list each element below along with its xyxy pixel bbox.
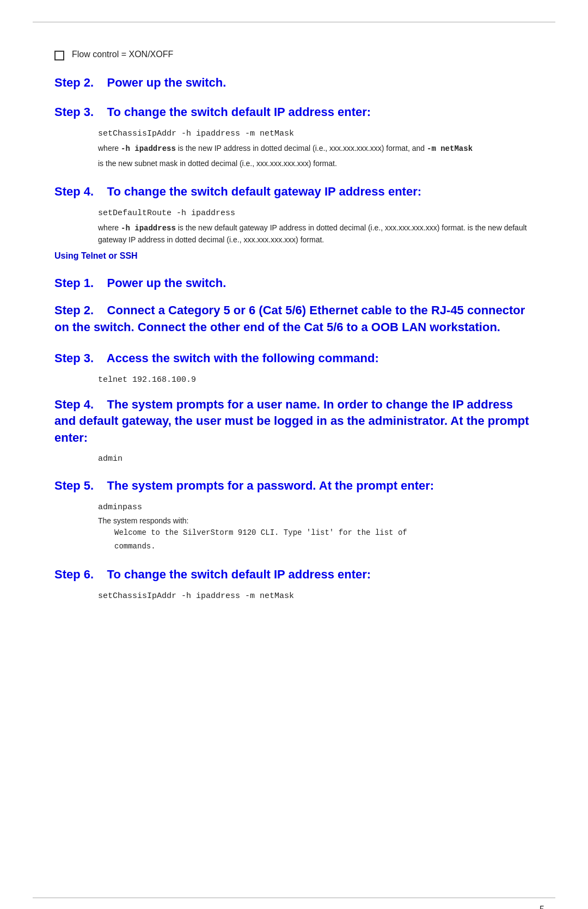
step2-heading: Step 2. Power up the switch. bbox=[54, 76, 534, 90]
ssh-step4-heading: Step 4. The system prompts for a user na… bbox=[54, 396, 534, 447]
step3-description-line2: is the new subnet mask in dotted decimal… bbox=[98, 158, 534, 169]
ssh-step3-code: telnet 192.168.100.9 bbox=[98, 375, 534, 385]
welcome-line1: Welcome to the SilverStorm 9120 CLI. Typ… bbox=[114, 527, 534, 539]
bullet-flow-control: Flow control = XON/XOFF bbox=[54, 50, 534, 60]
ssh-step6-code: setChassisIpAddr -h ipaddress -m netMask bbox=[98, 591, 534, 601]
ssh-step2-heading: Step 2. Connect a Category 5 or 6 (Cat 5… bbox=[54, 302, 534, 336]
ssh-step5-code: adminpass bbox=[98, 503, 534, 512]
checkbox-icon bbox=[54, 51, 64, 60]
step4-desc-end: is the new default gateway IP address in… bbox=[176, 223, 465, 232]
ssh-step1-heading: Step 1. Power up the switch. bbox=[54, 276, 534, 290]
step3-desc-pre: where bbox=[98, 144, 121, 152]
step3-bold2: -m netMask bbox=[427, 144, 473, 153]
bullet-text: Flow control = XON/XOFF bbox=[72, 50, 173, 59]
step3-code: setChassisIpAddr -h ipaddress -m netMask bbox=[98, 129, 534, 138]
step4-description: where -h ipaddress is the new default ga… bbox=[98, 222, 534, 246]
ssh-step3-heading: Step 3. Access the switch with the follo… bbox=[54, 351, 534, 365]
ssh-step4-code: admin bbox=[98, 454, 534, 463]
system-responds-label: The system responds with: bbox=[98, 516, 534, 525]
bottom-rule bbox=[33, 898, 555, 898]
step4-heading: Step 4. To change the switch default gat… bbox=[54, 185, 534, 199]
content-area: Flow control = XON/XOFF Step 2. Power up… bbox=[0, 22, 588, 649]
welcome-line2: commands. bbox=[114, 541, 534, 552]
ssh-step6-heading: Step 6. To change the switch default IP … bbox=[54, 568, 534, 582]
step3-bold1: -h ipaddress bbox=[121, 144, 176, 153]
page-number: 5 bbox=[540, 905, 544, 909]
using-telnet-ssh-label: Using Telnet or SSH bbox=[54, 251, 534, 261]
page: Flow control = XON/XOFF Step 2. Power up… bbox=[0, 22, 588, 909]
step4-code: setDefaultRoute -h ipaddress bbox=[98, 209, 534, 218]
step4-desc-pre: where bbox=[98, 223, 121, 232]
step3-desc-mid1: is the new IP address in dotted decimal … bbox=[176, 144, 427, 152]
step3-description-line1: where -h ipaddress is the new IP address… bbox=[98, 143, 534, 155]
step3-heading: Step 3. To change the switch default IP … bbox=[54, 105, 534, 119]
ssh-step5-heading: Step 5. The system prompts for a passwor… bbox=[54, 479, 534, 493]
step4-bold: -h ipaddress bbox=[121, 224, 176, 233]
